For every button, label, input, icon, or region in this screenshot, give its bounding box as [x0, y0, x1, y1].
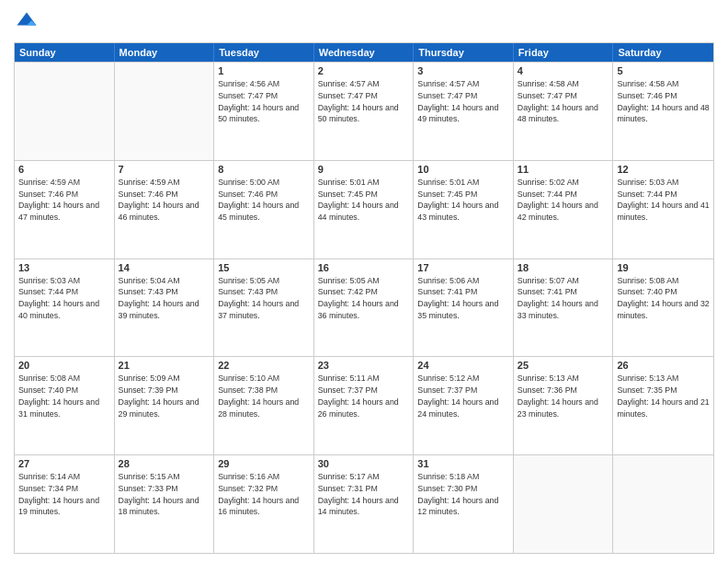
sun-info: Sunrise: 4:57 AM Sunset: 7:47 PM Dayligh… — [318, 78, 410, 125]
sun-info: Sunrise: 5:13 AM Sunset: 7:36 PM Dayligh… — [518, 373, 609, 419]
calendar-cell: 8Sunrise: 5:00 AM Sunset: 7:46 PM Daylig… — [214, 161, 314, 259]
weekday-header: Wednesday — [314, 43, 415, 62]
day-number: 4 — [518, 65, 609, 76]
calendar-cell: 4Sunrise: 4:58 AM Sunset: 7:47 PM Daylig… — [514, 63, 614, 160]
day-number: 20 — [18, 360, 110, 371]
calendar-cell: 17Sunrise: 5:06 AM Sunset: 7:41 PM Dayli… — [414, 259, 514, 357]
sun-info: Sunrise: 5:17 AM Sunset: 7:31 PM Dayligh… — [318, 471, 410, 518]
calendar-cell: 29Sunrise: 5:16 AM Sunset: 7:32 PM Dayli… — [214, 455, 314, 553]
day-number: 24 — [417, 360, 509, 371]
sun-info: Sunrise: 5:13 AM Sunset: 7:35 PM Dayligh… — [617, 373, 710, 419]
sun-info: Sunrise: 5:03 AM Sunset: 7:44 PM Dayligh… — [617, 177, 710, 224]
calendar-cell: 14Sunrise: 5:04 AM Sunset: 7:43 PM Dayli… — [115, 259, 215, 357]
day-number: 11 — [518, 164, 609, 175]
sun-info: Sunrise: 5:12 AM Sunset: 7:37 PM Dayligh… — [417, 373, 509, 419]
page-header — [14, 9, 714, 35]
day-number: 16 — [318, 262, 410, 273]
day-number: 1 — [218, 65, 310, 76]
day-number: 26 — [617, 360, 710, 371]
calendar-cell: 27Sunrise: 5:14 AM Sunset: 7:34 PM Dayli… — [15, 455, 115, 553]
day-number: 5 — [617, 65, 710, 76]
weekday-header: Friday — [514, 43, 614, 62]
calendar-cell: 19Sunrise: 5:08 AM Sunset: 7:40 PM Dayli… — [613, 259, 713, 357]
day-number: 3 — [417, 65, 509, 76]
calendar-row: 1Sunrise: 4:56 AM Sunset: 7:47 PM Daylig… — [15, 62, 713, 160]
sun-info: Sunrise: 5:14 AM Sunset: 7:34 PM Dayligh… — [18, 471, 110, 518]
calendar-cell — [15, 63, 115, 160]
day-number: 27 — [18, 458, 110, 469]
calendar-cell: 20Sunrise: 5:08 AM Sunset: 7:40 PM Dayli… — [15, 357, 115, 454]
sun-info: Sunrise: 5:15 AM Sunset: 7:33 PM Dayligh… — [119, 471, 210, 518]
day-number: 18 — [518, 262, 609, 273]
day-number: 15 — [218, 262, 310, 273]
day-number: 19 — [617, 262, 710, 273]
weekday-header: Sunday — [15, 43, 115, 62]
sun-info: Sunrise: 5:06 AM Sunset: 7:41 PM Dayligh… — [417, 275, 509, 322]
day-number: 8 — [218, 164, 310, 175]
calendar-cell: 16Sunrise: 5:05 AM Sunset: 7:42 PM Dayli… — [314, 259, 415, 357]
calendar-cell: 18Sunrise: 5:07 AM Sunset: 7:41 PM Dayli… — [514, 259, 614, 357]
calendar: SundayMondayTuesdayWednesdayThursdayFrid… — [14, 42, 714, 554]
day-number: 21 — [119, 360, 210, 371]
sun-info: Sunrise: 4:56 AM Sunset: 7:47 PM Dayligh… — [218, 78, 310, 125]
day-number: 22 — [218, 360, 310, 371]
day-number: 31 — [417, 458, 509, 469]
calendar-row: 13Sunrise: 5:03 AM Sunset: 7:44 PM Dayli… — [15, 259, 713, 357]
sun-info: Sunrise: 4:59 AM Sunset: 7:46 PM Dayligh… — [119, 177, 210, 224]
day-number: 23 — [318, 360, 410, 371]
day-number: 7 — [119, 164, 210, 175]
logo — [14, 9, 43, 35]
calendar-cell: 21Sunrise: 5:09 AM Sunset: 7:39 PM Dayli… — [115, 357, 215, 454]
calendar-cell: 13Sunrise: 5:03 AM Sunset: 7:44 PM Dayli… — [15, 259, 115, 357]
calendar-cell: 2Sunrise: 4:57 AM Sunset: 7:47 PM Daylig… — [314, 63, 415, 160]
day-number: 12 — [617, 164, 710, 175]
weekday-header: Tuesday — [214, 43, 314, 62]
sun-info: Sunrise: 5:01 AM Sunset: 7:45 PM Dayligh… — [318, 177, 410, 224]
day-number: 10 — [417, 164, 509, 175]
sun-info: Sunrise: 5:03 AM Sunset: 7:44 PM Dayligh… — [18, 275, 110, 322]
day-number: 14 — [119, 262, 210, 273]
sun-info: Sunrise: 5:05 AM Sunset: 7:43 PM Dayligh… — [218, 275, 310, 322]
calendar-row: 6Sunrise: 4:59 AM Sunset: 7:46 PM Daylig… — [15, 160, 713, 259]
weekday-header: Thursday — [414, 43, 514, 62]
sun-info: Sunrise: 5:09 AM Sunset: 7:39 PM Dayligh… — [119, 373, 210, 419]
sun-info: Sunrise: 5:18 AM Sunset: 7:30 PM Dayligh… — [417, 471, 509, 518]
calendar-cell — [613, 455, 713, 553]
calendar-header: SundayMondayTuesdayWednesdayThursdayFrid… — [15, 43, 713, 62]
calendar-cell: 24Sunrise: 5:12 AM Sunset: 7:37 PM Dayli… — [414, 357, 514, 454]
calendar-cell: 22Sunrise: 5:10 AM Sunset: 7:38 PM Dayli… — [214, 357, 314, 454]
calendar-row: 27Sunrise: 5:14 AM Sunset: 7:34 PM Dayli… — [15, 454, 713, 553]
sun-info: Sunrise: 5:10 AM Sunset: 7:38 PM Dayligh… — [218, 373, 310, 419]
calendar-cell: 23Sunrise: 5:11 AM Sunset: 7:37 PM Dayli… — [314, 357, 415, 454]
calendar-cell: 9Sunrise: 5:01 AM Sunset: 7:45 PM Daylig… — [314, 161, 415, 259]
sun-info: Sunrise: 4:57 AM Sunset: 7:47 PM Dayligh… — [417, 78, 509, 125]
calendar-cell: 11Sunrise: 5:02 AM Sunset: 7:44 PM Dayli… — [514, 161, 614, 259]
calendar-cell: 15Sunrise: 5:05 AM Sunset: 7:43 PM Dayli… — [214, 259, 314, 357]
sun-info: Sunrise: 5:00 AM Sunset: 7:46 PM Dayligh… — [218, 177, 310, 224]
calendar-row: 20Sunrise: 5:08 AM Sunset: 7:40 PM Dayli… — [15, 356, 713, 454]
sun-info: Sunrise: 5:08 AM Sunset: 7:40 PM Dayligh… — [617, 275, 710, 322]
calendar-cell: 7Sunrise: 4:59 AM Sunset: 7:46 PM Daylig… — [115, 161, 215, 259]
sun-info: Sunrise: 5:11 AM Sunset: 7:37 PM Dayligh… — [318, 373, 410, 419]
calendar-cell: 25Sunrise: 5:13 AM Sunset: 7:36 PM Dayli… — [514, 357, 614, 454]
calendar-cell: 10Sunrise: 5:01 AM Sunset: 7:45 PM Dayli… — [414, 161, 514, 259]
day-number: 9 — [318, 164, 410, 175]
calendar-cell: 3Sunrise: 4:57 AM Sunset: 7:47 PM Daylig… — [414, 63, 514, 160]
sun-info: Sunrise: 4:58 AM Sunset: 7:46 PM Dayligh… — [617, 78, 710, 125]
day-number: 13 — [18, 262, 110, 273]
calendar-cell — [514, 455, 614, 553]
sun-info: Sunrise: 5:08 AM Sunset: 7:40 PM Dayligh… — [18, 373, 110, 419]
calendar-cell: 1Sunrise: 4:56 AM Sunset: 7:47 PM Daylig… — [214, 63, 314, 160]
sun-info: Sunrise: 5:04 AM Sunset: 7:43 PM Dayligh… — [119, 275, 210, 322]
day-number: 25 — [518, 360, 609, 371]
sun-info: Sunrise: 5:05 AM Sunset: 7:42 PM Dayligh… — [318, 275, 410, 322]
sun-info: Sunrise: 5:07 AM Sunset: 7:41 PM Dayligh… — [518, 275, 609, 322]
day-number: 29 — [218, 458, 310, 469]
logo-icon — [14, 9, 40, 35]
sun-info: Sunrise: 4:58 AM Sunset: 7:47 PM Dayligh… — [518, 78, 609, 125]
calendar-cell: 5Sunrise: 4:58 AM Sunset: 7:46 PM Daylig… — [613, 63, 713, 160]
weekday-header: Monday — [115, 43, 215, 62]
calendar-cell: 31Sunrise: 5:18 AM Sunset: 7:30 PM Dayli… — [414, 455, 514, 553]
day-number: 30 — [318, 458, 410, 469]
day-number: 17 — [417, 262, 509, 273]
